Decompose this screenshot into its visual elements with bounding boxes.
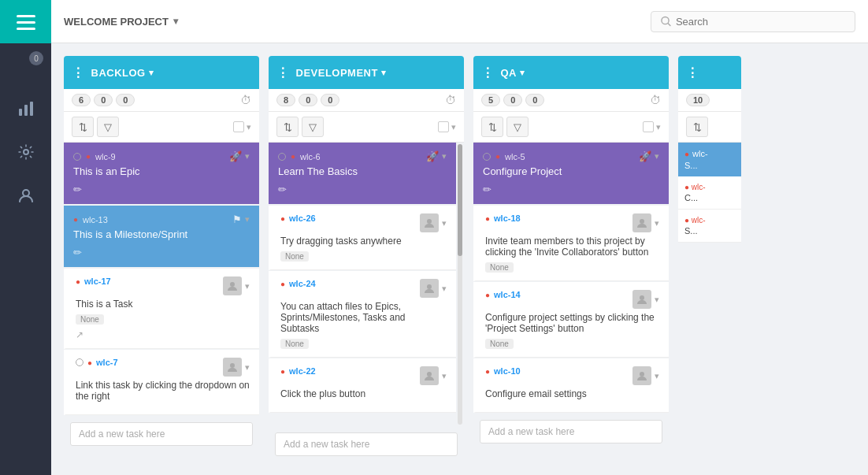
backlog-clock-icon[interactable]: ⏱ (240, 94, 251, 106)
card-wlc-5-rocket[interactable]: 🚀 (639, 150, 651, 162)
qa-filter-btn[interactable]: ▽ (506, 117, 529, 137)
sidebar-item-notifications[interactable]: 0 (0, 43, 51, 87)
card-wlc-7-id: ● wlc-7 (76, 358, 118, 367)
card-wlc-14-chevron[interactable]: ▾ (655, 295, 659, 305)
card-wlc-10-chevron[interactable]: ▾ (655, 371, 659, 381)
column-chevron-backlog[interactable]: ▾ (149, 68, 154, 78)
card-wlc-17-actions: ▾ (223, 276, 250, 295)
partial-sort-btn[interactable]: ⇅ (686, 117, 708, 137)
card-wlc-13-bookmark[interactable]: ⚑ (232, 213, 242, 225)
development-stat-badges: 8 0 0 (276, 94, 339, 106)
card-wlc-6-rocket[interactable]: 🚀 (426, 150, 439, 162)
card-wlc-13-header: ● wlc-13 ⚑ ▾ (73, 213, 250, 225)
development-checkbox-group: ▾ (438, 121, 456, 132)
card-wlc-26-chevron[interactable]: ▾ (442, 218, 447, 228)
card-wlc-24-chevron[interactable]: ▾ (442, 284, 447, 294)
card-partial-top: ● wlc- S... (678, 143, 741, 176)
development-select-checkbox[interactable] (438, 121, 449, 132)
card-wlc-18-chevron[interactable]: ▾ (655, 218, 659, 228)
card-wlc-6-checkbox[interactable] (278, 153, 286, 161)
card-wlc-24-actions: ▾ (420, 279, 447, 298)
development-scrollbar[interactable] (458, 144, 462, 425)
card-wlc-9-footer: ✏ (73, 182, 250, 196)
svg-line-9 (668, 24, 670, 26)
card-wlc-18-actions: ▾ (632, 213, 659, 232)
column-menu-development[interactable]: ⋮ (276, 65, 290, 80)
card-wlc-7-checkbox[interactable] (76, 358, 83, 366)
development-add-task[interactable]: Add a new task here (275, 432, 458, 456)
backlog-stat-1: 0 (94, 94, 113, 106)
card-wlc-5-chevron[interactable]: ▾ (655, 151, 659, 161)
card-wlc-22-avatar (420, 366, 439, 385)
development-sort-btn[interactable]: ⇅ (276, 117, 299, 137)
card-wlc-13-edit[interactable]: ✏ (73, 247, 82, 258)
dropdown-icon[interactable]: ▾ (173, 16, 178, 27)
sidebar-item-users[interactable] (0, 173, 51, 217)
qa-cards: ● wlc-5 🚀 ▾ Configure Project ✏ (473, 143, 669, 414)
card-wlc-17-expand[interactable]: ↗ (76, 329, 250, 340)
card-wlc-14-actions: ▾ (632, 290, 659, 309)
search-box[interactable] (651, 11, 855, 32)
card-wlc-7-priority: ● (87, 358, 92, 367)
backlog-select-checkbox[interactable] (233, 121, 244, 132)
card-wlc-22-chevron[interactable]: ▾ (442, 371, 447, 381)
card-wlc-6-chevron[interactable]: ▾ (442, 151, 447, 161)
card-partial-priority: ● (684, 150, 689, 158)
card-wlc-18: ● wlc-18 ▾ Invite team members to this p… (473, 206, 669, 281)
card-wlc-18-header: ● wlc-18 ▾ (485, 213, 659, 232)
card-wlc-5-checkbox[interactable] (483, 153, 491, 161)
qa-add-task[interactable]: Add a new task here (480, 420, 662, 443)
column-qa: ⋮ QA ▾ 5 0 0 ⏱ ⇅ ▽ (473, 56, 669, 462)
card-wlc-18-avatar (632, 213, 651, 232)
card-wlc-14-badge: None (485, 339, 514, 349)
sidebar: 0 (0, 0, 51, 475)
backlog-add-task[interactable]: Add a new task here (70, 422, 253, 446)
development-select-chevron[interactable]: ▾ (451, 122, 456, 132)
column-header-backlog: ⋮ BACKLOG ▾ (64, 56, 259, 89)
partial-cards: ● wlc- S... ● wlc- C... ● wlc- S... (678, 143, 741, 243)
card-wlc-5: ● wlc-5 🚀 ▾ Configure Project ✏ (473, 143, 669, 204)
card-wlc-24-id: ● wlc-24 (280, 279, 316, 288)
backlog-sort-btn[interactable]: ⇅ (72, 117, 94, 137)
card-wlc-5-id: ● wlc-5 (483, 152, 525, 161)
column-menu-qa[interactable]: ⋮ (481, 65, 495, 80)
backlog-select-chevron[interactable]: ▾ (247, 122, 251, 132)
search-input[interactable] (676, 16, 845, 28)
card-wlc-5-edit[interactable]: ✏ (483, 184, 491, 195)
card-wlc-9-chevron[interactable]: ▾ (245, 151, 250, 161)
svg-rect-2 (17, 28, 35, 30)
card-wlc-7-title: Link this task by clicking the dropdown … (76, 380, 250, 402)
qa-sort-btn[interactable]: ⇅ (481, 117, 503, 137)
svg-rect-3 (19, 109, 22, 116)
card-partial-task1-id: ● wlc- (684, 183, 735, 191)
qa-stat-2: 0 (525, 94, 544, 106)
svg-rect-1 (17, 21, 35, 24)
development-filter-btn[interactable]: ▽ (302, 117, 324, 137)
sidebar-item-settings[interactable] (0, 130, 51, 173)
card-wlc-7-actions: ▾ (223, 358, 250, 377)
backlog-stat-badges: 6 0 0 (72, 94, 135, 106)
sidebar-item-analytics[interactable] (0, 87, 51, 130)
card-wlc-17-chevron[interactable]: ▾ (245, 281, 250, 291)
column-chevron-development[interactable]: ▾ (381, 68, 387, 78)
card-wlc-13-chevron[interactable]: ▾ (245, 214, 250, 225)
card-wlc-9-checkbox[interactable] (73, 153, 81, 161)
card-wlc-6-edit[interactable]: ✏ (278, 184, 287, 195)
backlog-filter-btn[interactable]: ▽ (97, 117, 119, 137)
card-wlc-9-rocket[interactable]: 🚀 (229, 150, 242, 162)
qa-select-checkbox[interactable] (643, 121, 654, 132)
column-menu-partial[interactable]: ⋮ (686, 65, 699, 80)
column-menu-backlog[interactable]: ⋮ (72, 65, 85, 80)
project-title[interactable]: WELCOME PROJECT ▾ (64, 16, 178, 28)
card-wlc-7-chevron[interactable]: ▾ (245, 362, 250, 373)
card-wlc-9-edit[interactable]: ✏ (73, 184, 82, 195)
development-clock-icon[interactable]: ⏱ (445, 94, 456, 106)
sidebar-logo[interactable] (0, 0, 51, 43)
qa-select-chevron[interactable]: ▾ (656, 122, 661, 132)
qa-clock-icon[interactable]: ⏱ (650, 94, 661, 106)
card-wlc-17-footer: None (76, 314, 250, 325)
card-wlc-13-title: This is a Milestone/Sprint (73, 228, 250, 240)
svg-point-12 (427, 219, 432, 224)
column-chevron-qa[interactable]: ▾ (520, 68, 525, 78)
card-wlc-24-title: You can attach files to Epics, Sprints/M… (280, 301, 447, 334)
